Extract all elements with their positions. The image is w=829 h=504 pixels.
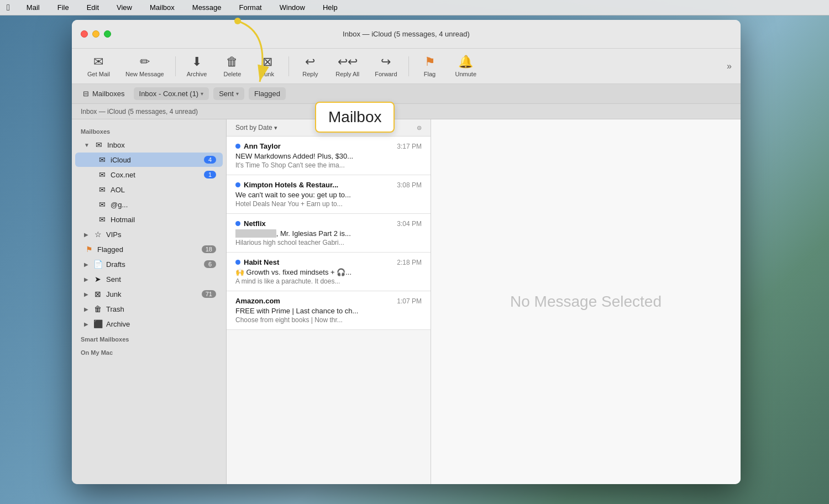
sidebar-item-junk[interactable]: ▶ ⊠ Junk 71 [75, 287, 223, 301]
maximize-button[interactable] [104, 30, 111, 38]
menubar:  Mail File Edit View Mailbox Message Fo… [0, 0, 829, 15]
message-sender: Habit Nest [235, 258, 279, 266]
sidebar-item-drafts[interactable]: ▶ 📄 Drafts 6 [75, 257, 223, 271]
menu-mail[interactable]: Mail [23, 2, 43, 13]
close-button[interactable] [81, 30, 88, 38]
sidebar-item-sent[interactable]: ▶ ➤ Sent [75, 272, 223, 286]
unmute-icon: 🔔 [458, 55, 473, 69]
sort-filter-icon[interactable]: ⊜ [417, 124, 422, 132]
sidebar-icloud-label: iCloud [111, 156, 201, 164]
toolbar-expand-button[interactable]: » [727, 61, 732, 71]
sidebar-item-coxnet[interactable]: ✉ Cox.net 1 [75, 167, 223, 182]
trash-sidebar-icon: 🗑 [93, 305, 103, 313]
trash-triangle-icon: ▶ [84, 306, 88, 312]
mailboxes-toggle-button[interactable]: ⊟ Mailboxes [78, 87, 129, 100]
flagged-badge: 18 [202, 245, 216, 253]
unread-indicator [235, 260, 240, 265]
archive-button[interactable]: ⬇ Archive [180, 51, 214, 81]
message-sender: Kimpton Hotels & Restaur... [235, 181, 338, 189]
apple-menu-icon[interactable]:  [7, 3, 10, 13]
message-preview: Choose from eight books | Now thr... [235, 316, 422, 324]
sidebar-item-vips[interactable]: ▶ ☆ VIPs [75, 227, 223, 242]
unmute-button[interactable]: 🔔 Unmute [449, 51, 484, 81]
sidebar-item-trash[interactable]: ▶ 🗑 Trash [75, 302, 223, 316]
sidebar-trash-label: Trash [106, 305, 216, 313]
sidebar-item-inbox[interactable]: ▼ ✉ Inbox [75, 138, 223, 152]
sidebar-item-gmail[interactable]: ✉ @g... [75, 197, 223, 212]
message-item[interactable]: Ann Taylor 3:17 PM NEW Markdowns Added! … [227, 136, 431, 175]
sidebar-aol-label: AOL [111, 186, 216, 194]
main-area: Mailboxes ▼ ✉ Inbox ✉ iCloud 4 ✉ Cox.net… [72, 119, 741, 484]
message-preview: Hilarious high school teacher Gabri... [235, 239, 422, 246]
message-preview: Hotel Deals Near You + Earn up to... [235, 200, 422, 208]
sidebar-item-flagged[interactable]: ⚑ Flagged 18 [75, 242, 223, 256]
new-message-button[interactable]: ✏ New Message [119, 51, 171, 81]
hotmail-icon: ✉ [97, 215, 107, 224]
flagged-icon: ⚑ [84, 245, 94, 254]
sidebar-item-aol[interactable]: ✉ AOL [75, 182, 223, 197]
menu-help[interactable]: Help [319, 2, 341, 13]
junk-sidebar-icon: ⊠ [93, 290, 103, 298]
delete-button[interactable]: 🗑 Delete [216, 51, 249, 81]
menu-format[interactable]: Format [236, 2, 265, 13]
message-item[interactable]: Kimpton Hotels & Restaur... 3:08 PM We c… [227, 175, 431, 214]
tab-sent[interactable]: Sent ▾ [213, 87, 244, 100]
gmail-icon: ✉ [97, 200, 107, 209]
junk-button[interactable]: ⊠ Junk [251, 51, 284, 81]
delete-icon: 🗑 [226, 55, 238, 69]
tab-inbox-cox[interactable]: Inbox - Cox.net (1) ▾ [134, 87, 209, 100]
menu-window[interactable]: Window [276, 2, 308, 13]
forward-button[interactable]: ↪ Forward [368, 51, 403, 81]
get-mail-icon: ✉ [93, 55, 103, 69]
message-preview: A mind is like a parachute. It does... [235, 277, 422, 285]
flag-button[interactable]: ⚑ Flag [413, 51, 447, 81]
window-title: Inbox — iCloud (5 messages, 4 unread) [343, 30, 470, 38]
message-header: Kimpton Hotels & Restaur... 3:08 PM [235, 181, 422, 189]
inbox-icon: ✉ [94, 140, 104, 149]
tabbar: ⊟ Mailboxes Inbox - Cox.net (1) ▾ Sent ▾… [72, 84, 741, 104]
message-item[interactable]: Amazon.com 1:07 PM FREE with Prime | Las… [227, 291, 431, 330]
sidebar-vips-label: VIPs [106, 230, 216, 239]
sort-button[interactable]: Sort by Date ▾ [235, 124, 277, 132]
tab-sent-chevron-icon: ▾ [236, 91, 239, 97]
reply-all-icon: ↩↩ [338, 55, 358, 69]
reply-all-button[interactable]: ↩↩ Reply All [329, 51, 366, 81]
sidebar-item-archive[interactable]: ▶ ⬛ Archive [75, 317, 223, 331]
mailboxes-icon: ⊟ [83, 90, 89, 98]
sidebar-flagged-label: Flagged [97, 245, 198, 254]
sidebar-item-icloud[interactable]: ✉ iCloud 4 [75, 153, 223, 167]
flag-label: Flag [424, 71, 436, 77]
message-subject: NEW Markdowns Added! Plus, $30... [235, 152, 422, 160]
sidebar-junk-label: Junk [106, 290, 198, 298]
message-item[interactable]: Habit Nest 2:18 PM 🙌 Growth vs. fixed mi… [227, 253, 431, 291]
message-time: 1:07 PM [397, 297, 422, 305]
unread-indicator [235, 221, 240, 226]
icloud-badge: 4 [204, 156, 216, 164]
menu-file[interactable]: File [54, 2, 72, 13]
message-time: 3:08 PM [397, 181, 422, 189]
sidebar-item-hotmail[interactable]: ✉ Hotmail [75, 212, 223, 227]
no-message-text: No Message Selected [510, 293, 662, 311]
tab-flagged-label: Flagged [254, 90, 280, 98]
reply-icon: ↩ [305, 55, 315, 69]
message-item[interactable]: Netflix 3:04 PM ████████, Mr. Iglesias P… [227, 214, 431, 253]
new-message-label: New Message [125, 71, 164, 77]
drafts-badge: 6 [204, 260, 216, 268]
unmute-label: Unmute [455, 71, 477, 77]
flag-icon: ⚑ [424, 55, 436, 69]
vips-triangle-icon: ▶ [84, 232, 88, 238]
get-mail-button[interactable]: ✉ Get Mail [81, 51, 117, 81]
menu-edit[interactable]: Edit [83, 2, 102, 13]
menu-mailbox[interactable]: Mailbox [146, 2, 178, 13]
toolbar-divider-1 [175, 56, 176, 76]
sent-triangle-icon: ▶ [84, 276, 88, 282]
menu-message[interactable]: Message [189, 2, 225, 13]
message-header: Netflix 3:04 PM [235, 219, 422, 228]
reply-button[interactable]: ↩ Reply [293, 51, 327, 81]
menu-view[interactable]: View [113, 2, 135, 13]
minimize-button[interactable] [92, 30, 99, 38]
sidebar-hotmail-label: Hotmail [111, 216, 216, 224]
message-subject: 🙌 Growth vs. fixed mindsets + 🎧... [235, 268, 422, 276]
tab-flagged[interactable]: Flagged [249, 87, 286, 100]
sidebar-drafts-label: Drafts [106, 260, 201, 269]
